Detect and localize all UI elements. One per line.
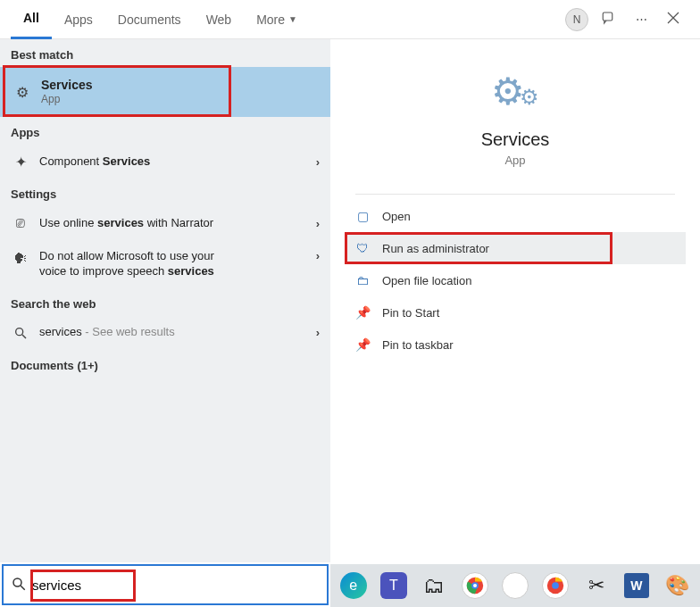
settings-header: Settings: [0, 179, 330, 206]
avatar: N: [565, 8, 588, 31]
close-icon: [667, 12, 679, 27]
svg-point-11: [552, 582, 559, 589]
feedback-button[interactable]: [593, 4, 625, 36]
svg-point-5: [13, 578, 21, 586]
result-text: Do not allow Microsoft to use your voice…: [39, 249, 316, 279]
actions-list: ▢ Open 🛡 Run as administrator 🗀 Open fil…: [338, 200, 693, 361]
search-bar[interactable]: [2, 564, 329, 605]
feedback-icon: [601, 10, 617, 29]
taskbar-chrome[interactable]: [457, 568, 492, 603]
taskbar-explorer[interactable]: 🗂: [417, 568, 452, 603]
svg-rect-0: [603, 12, 612, 21]
taskbar-chrome-canary[interactable]: [538, 568, 573, 603]
tab-documents[interactable]: Documents: [105, 0, 194, 39]
preview-title: Services: [338, 129, 693, 150]
action-pin-to-start[interactable]: 📌 Pin to Start: [345, 296, 686, 328]
avatar-initial: N: [573, 13, 581, 26]
svg-point-9: [473, 584, 477, 587]
svg-point-3: [16, 328, 23, 335]
close-button[interactable]: [657, 4, 689, 36]
documents-header: Documents (1+): [0, 350, 330, 378]
best-match-title: Services: [41, 77, 318, 93]
taskbar: e T 🗂 ✱ ✂ W 🎨: [330, 564, 700, 607]
tabs-bar: All Apps Documents Web More▼ N ⋯: [0, 0, 700, 39]
divider: [355, 194, 675, 195]
chrome-icon: [542, 572, 569, 599]
preview-panel: ⚙⚙ Services App ▢ Open 🛡 Run as administ…: [330, 39, 700, 562]
chevron-right-icon: ›: [316, 217, 320, 230]
action-open[interactable]: ▢ Open: [345, 200, 686, 232]
tab-apps-label: Apps: [64, 12, 93, 27]
apps-header: Apps: [0, 117, 330, 145]
taskbar-teams[interactable]: T: [376, 568, 411, 603]
edge-icon: e: [340, 572, 367, 599]
folder-icon: 🗂: [423, 573, 445, 598]
result-text: Component Services: [39, 154, 316, 170]
scissors-icon: ✂: [588, 574, 604, 597]
action-label: Open file location: [382, 274, 471, 287]
results-panel: Best match ⚙ Services App Apps ✦ Compone…: [0, 39, 330, 562]
teams-icon: T: [380, 572, 407, 599]
taskbar-word[interactable]: W: [619, 568, 654, 603]
slack-icon: ✱: [502, 572, 529, 599]
search-icon: [11, 576, 27, 595]
narrator-icon: ⎚: [11, 213, 30, 233]
action-run-as-administrator[interactable]: 🛡 Run as administrator: [345, 232, 686, 264]
chevron-right-icon: ›: [316, 249, 320, 262]
chevron-right-icon: ›: [316, 155, 320, 169]
action-open-file-location[interactable]: 🗀 Open file location: [345, 264, 686, 296]
action-label: Pin to taskbar: [382, 338, 454, 352]
result-text: services - See web results: [39, 325, 316, 340]
best-match-header: Best match: [0, 39, 330, 67]
action-label: Open: [382, 210, 411, 223]
more-options-button[interactable]: ⋯: [625, 4, 657, 36]
result-text: Use online services with Narrator: [39, 216, 316, 231]
tab-apps[interactable]: Apps: [52, 0, 105, 39]
search-icon: [11, 323, 30, 343]
tab-web[interactable]: Web: [194, 0, 245, 39]
result-web-services[interactable]: services - See web results ›: [0, 316, 330, 350]
pin-icon: 📌: [354, 337, 371, 352]
chevron-right-icon: ›: [316, 326, 320, 339]
folder-icon: 🗀: [354, 273, 371, 287]
result-speech-services[interactable]: 🗣 Do not allow Microsoft to use your voi…: [0, 240, 330, 288]
gear-icon: ⚙: [12, 82, 32, 102]
tab-more[interactable]: More▼: [244, 0, 310, 39]
preview-sub: App: [338, 154, 693, 167]
svg-line-6: [21, 586, 25, 590]
open-icon: ▢: [354, 209, 371, 223]
chevron-down-icon: ▼: [288, 14, 297, 24]
taskbar-paint[interactable]: 🎨: [660, 568, 695, 603]
taskbar-slack[interactable]: ✱: [497, 568, 532, 603]
main-content: Best match ⚙ Services App Apps ✦ Compone…: [0, 39, 700, 562]
result-component-services[interactable]: ✦ Component Services ›: [0, 145, 330, 179]
taskbar-snip[interactable]: ✂: [579, 568, 613, 603]
tab-more-label: More: [256, 12, 285, 27]
result-narrator-services[interactable]: ⎚ Use online services with Narrator ›: [0, 206, 330, 240]
action-label: Pin to Start: [382, 306, 439, 320]
palette-icon: 🎨: [665, 574, 689, 597]
admin-icon: 🛡: [354, 241, 371, 255]
result-text: Services App: [41, 77, 318, 107]
action-pin-to-taskbar[interactable]: 📌 Pin to taskbar: [345, 328, 686, 361]
chrome-icon: [462, 572, 488, 599]
tab-all-label: All: [23, 11, 39, 25]
ellipsis-icon: ⋯: [636, 12, 647, 26]
component-services-icon: ✦: [11, 152, 30, 171]
gears-icon: ⚙⚙: [338, 70, 693, 113]
svg-line-4: [22, 335, 26, 338]
taskbar-edge[interactable]: e: [336, 568, 371, 603]
tab-all[interactable]: All: [11, 0, 52, 39]
pin-icon: 📌: [354, 305, 371, 320]
speech-icon: 🗣: [11, 249, 30, 269]
search-web-header: Search the web: [0, 288, 330, 316]
word-icon: W: [624, 573, 649, 598]
account-button[interactable]: N: [561, 4, 593, 36]
tab-documents-label: Documents: [118, 12, 181, 27]
search-input[interactable]: [32, 578, 320, 593]
preview-hero: ⚙⚙ Services App: [338, 54, 693, 174]
action-label: Run as administrator: [382, 242, 489, 255]
best-match-sub: App: [41, 93, 318, 107]
tab-web-label: Web: [206, 12, 232, 27]
result-best-match[interactable]: ⚙ Services App: [0, 67, 330, 117]
